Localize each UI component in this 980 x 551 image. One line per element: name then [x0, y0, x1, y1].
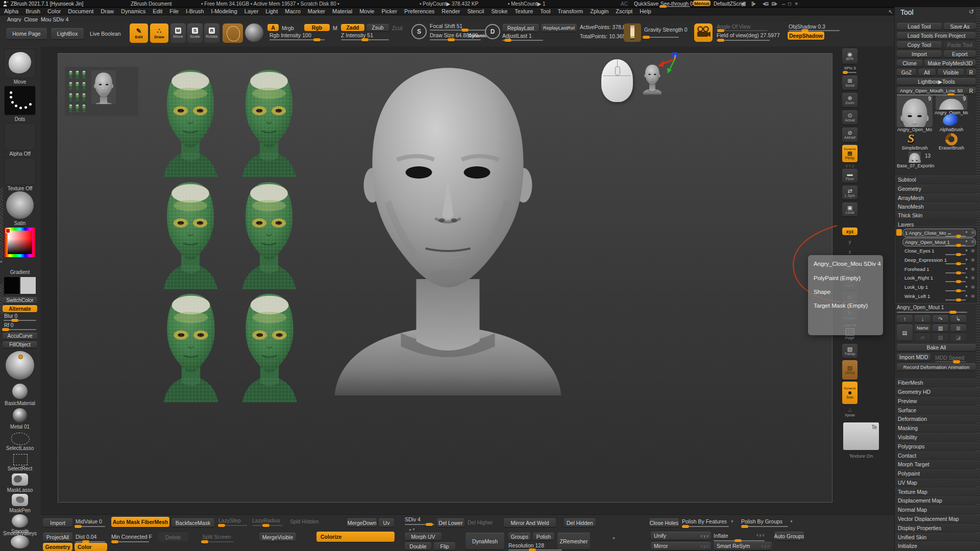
see-through-track[interactable] — [660, 6, 690, 7]
rgb-intensity-slider[interactable]: Rgb Intensity 100 — [270, 32, 311, 38]
menu-edit[interactable]: Edit — [153, 8, 162, 14]
dynamic-label[interactable]: Dynamic — [469, 33, 486, 38]
mirror-button[interactable]: Mirrorx y z — [651, 542, 711, 550]
live-boolean-button[interactable]: Live Boolean — [90, 31, 121, 37]
mini-head-thumbnail[interactable] — [68, 103, 74, 113]
resym-xyz-label[interactable]: x y z — [762, 544, 769, 548]
rf-track[interactable] — [4, 329, 36, 330]
bake-all-button[interactable]: Bake All — [897, 344, 976, 351]
menu-stroke[interactable]: Stroke — [491, 8, 507, 14]
auto-mask-fibermesh-button[interactable]: Auto Mask FiberMesh — [111, 517, 169, 527]
groups-button[interactable]: Groups — [508, 533, 531, 540]
tool-r-button[interactable]: R — [966, 87, 976, 94]
layer-intensity-icon[interactable]: ● — [965, 275, 968, 280]
zsub-button[interactable]: Zsub — [366, 24, 389, 31]
base-export-thumbnail[interactable] — [909, 152, 921, 163]
layer-duplicate-button[interactable]: ↷ — [933, 315, 948, 322]
xyz-symmetry-button[interactable]: xyz — [842, 228, 857, 235]
unify-button[interactable]: Unifyx y z — [651, 532, 711, 540]
deepshadow-button[interactable]: DeepShadow — [788, 32, 824, 40]
minimize-icon[interactable]: – — [782, 1, 785, 7]
menu-preferences[interactable]: Preferences — [404, 8, 434, 14]
adjust-last-slider[interactable]: AdjustLast 1 — [502, 33, 532, 39]
polish-groups-track[interactable] — [741, 526, 788, 527]
mdd-speed-slider[interactable]: MDD Speed — [935, 355, 964, 361]
inflate-xyz-label[interactable]: x y z — [756, 533, 764, 537]
layer-intensity-icon[interactable]: ● — [965, 293, 968, 298]
tool-name-slider[interactable]: Angry_Open_Mouth_Low. 50 — [897, 87, 967, 94]
section-geometry-hd[interactable]: Geometry HD — [895, 388, 979, 395]
doc-next-icon[interactable]: ▤▸ — [771, 1, 777, 6]
lazystep-track[interactable] — [218, 525, 247, 526]
stroke-preview[interactable] — [245, 23, 263, 42]
menu-file[interactable]: File — [169, 8, 179, 14]
section-surface[interactable]: Surface — [895, 406, 979, 414]
z-symmetry-button[interactable]: z — [842, 248, 857, 256]
dynamesh-button[interactable]: DynaMesh — [465, 533, 504, 549]
menu-document[interactable]: Document — [68, 8, 93, 14]
split-screen-track[interactable] — [202, 541, 234, 542]
scale-button[interactable]: SScale — [187, 23, 203, 43]
record-deformation-button[interactable]: Record Deformation Animation — [897, 363, 976, 370]
lazyradius-track[interactable] — [252, 525, 283, 526]
section-deformation[interactable]: Deformation — [895, 415, 979, 422]
layer-delete-button[interactable]: ⊠ — [950, 324, 966, 332]
objshadow-track[interactable] — [789, 30, 840, 31]
menu-color[interactable]: Color — [47, 8, 61, 14]
lightbox-button[interactable]: LightBox — [51, 28, 84, 39]
mini-head-thumbnail[interactable] — [81, 103, 87, 113]
section-polypaint[interactable]: Polypaint — [895, 469, 979, 477]
axis-gizmo[interactable] — [656, 51, 678, 73]
tool-history-icon[interactable]: ↺ — [969, 8, 974, 15]
select-rect-icon[interactable] — [13, 454, 28, 465]
dist-slider[interactable]: Dist 0.04 — [76, 534, 96, 540]
menu-movie[interactable]: Movie — [359, 8, 374, 14]
layer-eye-icon[interactable]: ◉ — [971, 257, 975, 262]
menu-zscript[interactable]: Zscript — [616, 8, 632, 14]
inflate-track[interactable] — [714, 540, 765, 541]
layer-slider[interactable] — [945, 272, 966, 273]
layer-name-button[interactable]: Name — [915, 324, 930, 332]
panel-collapse-icon[interactable]: ↖ — [888, 9, 893, 15]
floor-axes-label[interactable]: X Y Z — [842, 164, 857, 168]
switchcolor-button[interactable]: SwitchColor — [3, 297, 37, 304]
alpha-selector[interactable] — [5, 123, 35, 150]
angle-of-view-track[interactable] — [717, 30, 768, 31]
local-symmetry-button[interactable]: ⇄L.Sym — [842, 186, 857, 199]
mini-head-thumbnail[interactable] — [81, 81, 87, 91]
alternate-button[interactable]: Alternate — [3, 305, 37, 312]
section-subtool[interactable]: Subtool — [895, 176, 979, 183]
backface-mask-button[interactable]: BackfaceMask — [172, 518, 214, 527]
zadd-button[interactable]: Zadd — [341, 24, 364, 31]
menu-draw[interactable]: Draw — [101, 8, 114, 14]
del-hidden-button[interactable]: Del Hidden — [564, 518, 596, 527]
timeline-prev-icon[interactable]: ◂||| — [741, 1, 745, 6]
mirror-and-weld-button[interactable]: Mirror And Weld — [504, 518, 556, 527]
menu-alpha[interactable]: Alpha — [4, 8, 18, 14]
morph-uv-button[interactable]: Morph UV — [405, 533, 442, 540]
section-displacement-map[interactable]: Displacement Map — [895, 496, 979, 504]
light-placement-sphere[interactable] — [6, 351, 34, 380]
zremesher-button[interactable]: ZRemesher — [557, 533, 590, 549]
smart-resym-button[interactable]: Smart ReSymx y z — [714, 542, 772, 550]
fov-track[interactable] — [717, 40, 770, 41]
popup-item-sdiv[interactable]: Angry_Close_Mou SDiv 4 — [814, 261, 881, 267]
clone-button[interactable]: Clone — [897, 60, 922, 66]
mini-head-thumbnail[interactable] — [75, 81, 80, 91]
goz-visible-button[interactable]: Visible — [938, 69, 964, 76]
menu-macro[interactable]: Macro — [285, 8, 301, 14]
zoom-button[interactable]: ⊕Zoom — [842, 93, 857, 107]
paste-tool-button[interactable]: Paste Tool — [944, 41, 976, 48]
export-tool-button[interactable]: Export — [944, 51, 976, 57]
mask-lasso-icon[interactable] — [12, 473, 28, 486]
replay-last-rel-button[interactable]: ReplayLastRel — [541, 24, 577, 32]
layer-slider[interactable] — [945, 299, 966, 300]
light-dot[interactable] — [18, 355, 23, 359]
sdiv-track[interactable] — [405, 524, 434, 525]
gravity-track[interactable] — [643, 37, 679, 38]
mini-head-thumbnail[interactable] — [75, 92, 80, 102]
layer-slider[interactable] — [945, 254, 966, 255]
close-icon[interactable]: × — [795, 1, 797, 7]
midvalue-slider[interactable]: MidValue 0 — [76, 518, 102, 524]
polish-groups-toggle[interactable]: ● — [790, 519, 793, 523]
